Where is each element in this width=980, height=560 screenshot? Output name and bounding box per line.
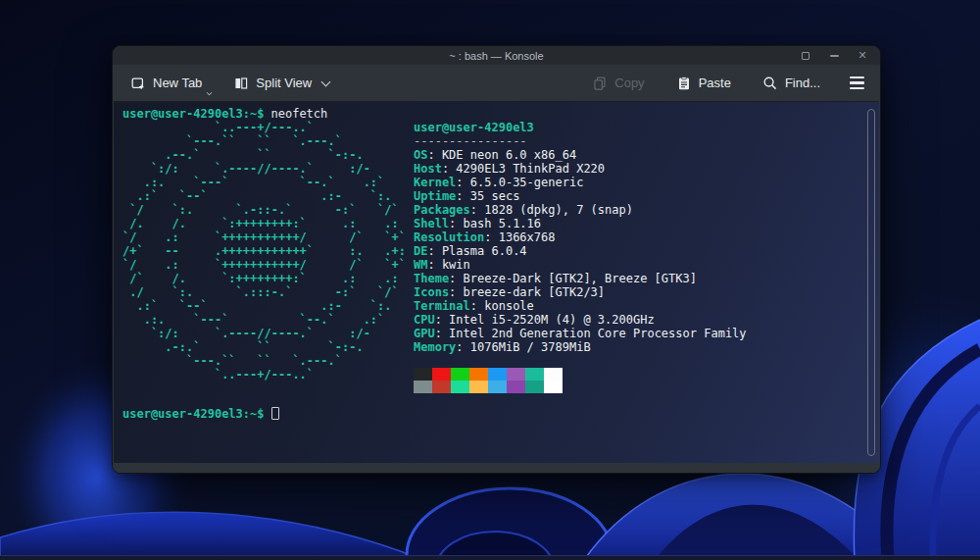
copy-button[interactable]: Copy (586, 71, 650, 96)
new-tab-button[interactable]: New Tab (124, 71, 208, 96)
current-prompt-line: user@user-4290el3:~$ (122, 407, 861, 421)
neofetch-entry: CPU: Intel i5-2520M (4) @ 3.200GHz (414, 313, 747, 327)
entry-label: Theme (414, 272, 449, 285)
window-title: ~ : bash — Konsole (449, 50, 543, 62)
entry-value: : 1366x768 (484, 230, 555, 244)
konsole-window: ~ : bash — Konsole ✕ New Tab (112, 45, 881, 474)
paste-label: Paste (699, 76, 731, 90)
neofetch-entry: Terminal: konsole (414, 299, 747, 313)
entry-value: : 1828 (dpkg), 7 (snap) (470, 203, 633, 217)
neofetch-entries: OS: KDE neon 6.0 x86_64Host: 4290EL3 Thi… (414, 148, 747, 354)
entry-label: Kernel (414, 176, 456, 189)
hamburger-icon (850, 76, 864, 78)
entry-label: OS (414, 148, 427, 162)
palette-swatch (488, 368, 507, 381)
new-tab-dropdown-caret-icon (207, 89, 213, 95)
entry-value: : 4290EL3 ThinkPad X220 (442, 162, 605, 176)
paste-button[interactable]: Paste (670, 71, 737, 96)
palette-swatch (432, 381, 451, 393)
taskbar-edge[interactable] (0, 555, 980, 560)
palette-swatch (414, 381, 432, 393)
palette-swatch (525, 381, 544, 393)
neofetch-entry: GPU: Intel 2nd Generation Core Processor… (414, 327, 747, 340)
palette-row-2 (414, 381, 747, 393)
neofetch-entry: Host: 4290EL3 ThinkPad X220 (414, 162, 747, 176)
palette-swatch (544, 381, 563, 393)
copy-label: Copy (614, 76, 644, 90)
find-label: Find... (785, 76, 820, 90)
split-view-label: Split View (256, 76, 312, 90)
neofetch-entry: Theme: Breeze-Dark [GTK2], Breeze [GTK3] (414, 272, 747, 285)
new-tab-label: New Tab (153, 76, 202, 90)
neofetch-entry: Shell: bash 5.1.16 (414, 217, 747, 230)
maximize-button[interactable] (800, 50, 811, 62)
entry-value: : breeze-dark [GTK2/3] (449, 285, 605, 299)
entry-label: Resolution (414, 230, 484, 244)
palette-swatch (544, 368, 563, 381)
copy-icon (592, 76, 608, 91)
palette-swatch (488, 381, 507, 393)
entry-label: Host (414, 162, 442, 176)
neofetch-entry: Icons: breeze-dark [GTK2/3] (414, 285, 747, 299)
entry-value: : 6.5.0-35-generic (456, 176, 583, 189)
palette-swatch (507, 381, 525, 393)
entry-value: : Intel i5-2520M (4) @ 3.200GHz (435, 313, 655, 327)
palette-swatch (414, 368, 432, 381)
neofetch-output: `..---+/---..` `---.`` `` `.---.` .--.` … (122, 121, 861, 393)
new-tab-icon (130, 76, 146, 91)
neofetch-entry: Memory: 1076MiB / 3789MiB (414, 340, 747, 354)
minimize-button[interactable] (828, 50, 840, 62)
shell-prompt: user@user-4290el3:~$ (122, 407, 265, 421)
entry-value: : 1076MiB / 3789MiB (456, 340, 590, 354)
entry-value: : 35 secs (456, 189, 519, 203)
window-titlebar[interactable]: ~ : bash — Konsole ✕ (113, 46, 880, 65)
entry-value: : kwin (427, 258, 469, 272)
palette-swatch (469, 368, 488, 381)
entry-label: Uptime (414, 189, 456, 203)
palette-swatch (432, 368, 451, 381)
menu-button[interactable] (848, 73, 866, 93)
neofetch-divider: ---------------- (414, 134, 747, 148)
command-line: user@user-4290el3:~$neofetch (122, 107, 861, 121)
palette-row-1 (414, 368, 747, 381)
neofetch-entry: Resolution: 1366x768 (414, 230, 747, 244)
palette-swatch (507, 368, 525, 381)
entry-label: CPU (414, 313, 435, 327)
window-controls: ✕ (800, 46, 868, 65)
entry-label: WM (414, 258, 427, 272)
neofetch-entry: Packages: 1828 (dpkg), 7 (snap) (414, 203, 747, 217)
split-view-button[interactable]: Split View (227, 71, 335, 96)
terminal-view[interactable]: user@user-4290el3:~$neofetch `..---+/---… (114, 101, 879, 463)
neofetch-entry: OS: KDE neon 6.0 x86_64 (414, 148, 747, 162)
palette-swatch (451, 381, 469, 393)
search-icon (762, 76, 778, 91)
neofetch-info: user@user-4290el3 ---------------- OS: K… (414, 121, 747, 393)
palette (414, 368, 747, 393)
desktop: ~ : bash — Konsole ✕ New Tab (0, 0, 980, 560)
window-bottom-edge (113, 463, 880, 473)
main-toolbar: New Tab Split View Copy (113, 65, 880, 101)
neofetch-host-title: user@user-4290el3 (414, 121, 747, 134)
find-button[interactable]: Find... (757, 71, 826, 96)
shell-prompt: user@user-4290el3:~$ (122, 107, 265, 121)
hamburger-icon (850, 81, 864, 83)
maximize-icon (802, 52, 809, 60)
paste-icon (676, 76, 692, 91)
command-text: neofetch (271, 107, 328, 121)
entry-label: Terminal (414, 299, 470, 313)
close-button[interactable]: ✕ (857, 50, 868, 62)
entry-label: DE (414, 244, 427, 258)
entry-label: GPU (414, 327, 435, 340)
entry-value: : Intel 2nd Generation Core Processor Fa… (435, 327, 747, 340)
entry-label: Icons (414, 285, 449, 299)
minimize-icon (830, 55, 839, 57)
neofetch-entry: DE: Plasma 6.0.4 (414, 244, 747, 258)
palette-swatch (451, 368, 469, 381)
neofetch-entry: Uptime: 35 secs (414, 189, 747, 203)
terminal-scrollbar[interactable] (867, 109, 875, 456)
entry-label: Shell (414, 217, 449, 230)
close-icon: ✕ (858, 50, 866, 61)
entry-value: : bash 5.1.16 (449, 217, 541, 230)
terminal-cursor (271, 407, 279, 420)
entry-value: : KDE neon 6.0 x86_64 (427, 148, 576, 162)
